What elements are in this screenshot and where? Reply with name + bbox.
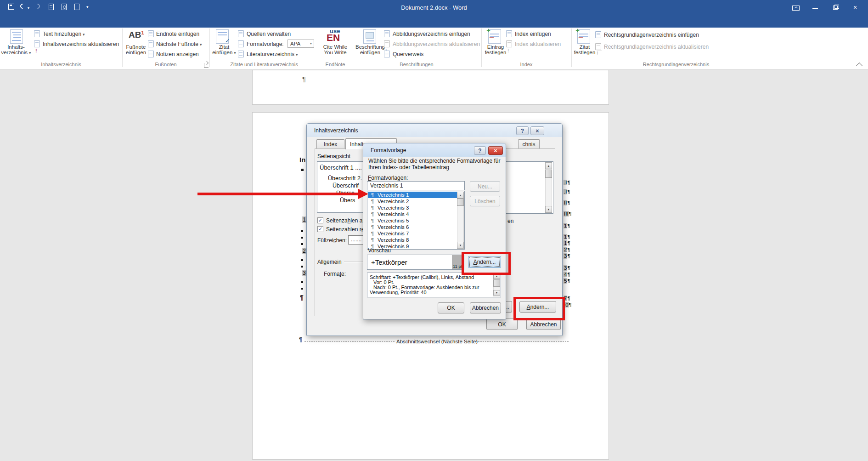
paragraph-mark: ¶ [299, 336, 302, 343]
update-index-button: Index aktualisieren [515, 41, 561, 47]
style-preview-text: +Textkörper [371, 258, 407, 266]
close-button[interactable]: × [530, 126, 544, 135]
group-label-index: Index [481, 62, 571, 67]
bullet-square [301, 230, 303, 232]
scroll-down-icon[interactable]: ▼ [457, 242, 464, 249]
mark-entry-icon: ＋─ [488, 29, 501, 44]
style-description-box: Schriftart: +Textkörper (Calibri), Links… [367, 273, 501, 297]
show-page-numbers-label: Seitenzahlen an [326, 217, 366, 224]
scroll-up-icon[interactable]: ▲ [545, 162, 552, 169]
annotation-arrow-head [358, 189, 368, 199]
insert-index-icon [506, 30, 512, 37]
minimize-icon[interactable] [812, 8, 818, 9]
toc-page-number: 4¶ [564, 272, 570, 277]
endnote-logo-en: EN [327, 32, 340, 43]
scrollbar-thumb[interactable] [457, 199, 464, 206]
add-text-button[interactable]: Text hinzufügen [43, 31, 85, 37]
toc-page-number: 3¶ [564, 253, 570, 259]
scrollbar-thumb[interactable] [545, 170, 552, 178]
collapse-ribbon-icon[interactable] [856, 63, 862, 69]
toc-page-number: III¶ [564, 211, 572, 216]
toc-page-number: .I¶ [564, 180, 570, 185]
right-align-page-numbers-checkbox[interactable]: ✓ [317, 226, 323, 232]
scroll-down-icon[interactable]: ▼ [493, 290, 500, 296]
scroll-up-icon[interactable]: ▲ [457, 192, 464, 199]
ribbon-display-options-icon[interactable] [792, 6, 800, 11]
show-notes-button[interactable]: Notizen anzeigen [156, 51, 199, 57]
update-table-of-authorities-icon: ! [595, 43, 601, 50]
toc-dialog-tab-index[interactable]: Index [316, 139, 344, 149]
table-of-contents-icon [10, 29, 23, 44]
bullet-square [301, 288, 303, 290]
update-toc-button[interactable]: Inhaltsverzeichnis aktualisieren [43, 41, 119, 47]
paragraph-mark: ¶ [302, 75, 306, 83]
toc-big-button[interactable]: Inhalts-verzeichnis [1, 44, 31, 55]
group-label-authorities: Rechtsgrundlagenverzeichnis [571, 62, 781, 67]
cross-reference-button[interactable]: Querverweis [393, 51, 423, 57]
citation-style-select[interactable]: APA ▾ [287, 40, 314, 48]
window-title: Dokument 2.docx - Word [0, 4, 868, 11]
bullet-square [301, 266, 303, 267]
update-index-icon: ! [506, 40, 512, 47]
preview-size-label: 11 pt [453, 264, 462, 269]
group-label-citations: Zitate und Literaturverzeichnis [209, 62, 319, 67]
toc-dialog-tab-fragment[interactable]: chnis [518, 139, 540, 149]
restore-icon[interactable] [833, 6, 838, 10]
style-name-input[interactable]: Verzeichnis 1 [367, 181, 465, 190]
manage-sources-button[interactable]: Quellen verwalten [247, 31, 291, 37]
preview-line: Überschrift 2. [328, 175, 362, 182]
help-button[interactable]: ? [516, 126, 529, 135]
insert-table-of-authorities-button[interactable]: Rechtsgrundlagenverzeichnis einfügen [604, 32, 699, 38]
list-item-verzeichnis-4[interactable]: ¶Verzeichnis 4 [368, 211, 457, 217]
style-cancel-button[interactable]: Abbrechen [470, 302, 501, 313]
mark-citation-icon: ＋─ [577, 29, 590, 44]
update-toc-icon: ! [34, 40, 40, 47]
new-style-button: Neu... [470, 181, 500, 192]
list-item-verzeichnis-3[interactable]: ¶Verzeichnis 3 [368, 205, 457, 211]
list-item-verzeichnis-2[interactable]: ¶Verzeichnis 2 [368, 198, 457, 205]
help-button[interactable]: ? [474, 146, 486, 155]
section-break-line [304, 341, 395, 344]
insert-footnote-button[interactable]: Fußnoteeinfügen [122, 44, 150, 55]
document-page-1[interactable]: ¶ [252, 70, 609, 105]
insert-endnote-button[interactable]: Endnote einfügen [156, 31, 199, 37]
close-button[interactable]: × [488, 146, 503, 155]
group-divider [781, 28, 781, 67]
group-label-footnotes: Fußnoten [122, 62, 209, 67]
update-table-of-figures-icon: ! [384, 40, 390, 47]
general-label: Allgemein [317, 259, 342, 265]
toc-ok-button[interactable]: OK [486, 319, 518, 330]
cite-while-you-write-button[interactable]: Cite WhileYou Write [319, 44, 352, 55]
annotation-box-style-modify [462, 252, 511, 275]
insert-citation-button[interactable]: Zitateinfügen [209, 44, 239, 55]
toc-number-fragment: 2 [302, 248, 306, 254]
groupbox-line [344, 262, 363, 262]
list-item-verzeichnis-8[interactable]: ¶Verzeichnis 8 [368, 237, 457, 243]
next-footnote-button[interactable]: Nächste Fußnote [156, 41, 202, 47]
insert-index-button[interactable]: Index einfügen [515, 31, 551, 37]
bullet-square [301, 259, 303, 261]
style-ok-button[interactable]: OK [438, 302, 464, 313]
show-page-numbers-checkbox[interactable]: ✓ [317, 217, 323, 223]
list-item-verzeichnis-6[interactable]: ¶Verzeichnis 6 [368, 224, 457, 230]
close-icon[interactable]: × [853, 4, 857, 11]
toc-page-number: II¶ [564, 200, 570, 205]
toc-page-number: 1¶ [564, 223, 570, 228]
footnotes-dialog-launcher[interactable] [204, 63, 209, 68]
ribbon: Inhalts-verzeichnis Text hinzufügen ! In… [0, 28, 868, 69]
scroll-down-icon[interactable]: ▼ [545, 206, 552, 213]
list-item-verzeichnis-7[interactable]: ¶Verzeichnis 7 [368, 230, 457, 237]
insert-table-of-figures-button[interactable]: Abbildungsverzeichnis einfügen [393, 31, 470, 37]
scrollbar-thumb[interactable] [493, 279, 500, 287]
insert-caption-button[interactable]: Beschriftungeinfügen [354, 44, 387, 55]
styles-listbox[interactable]: ¶Verzeichnis 1 ¶Verzeichnis 2 ¶Verzeichn… [367, 191, 465, 250]
list-item-verzeichnis-1[interactable]: ¶Verzeichnis 1 [368, 192, 457, 198]
bullet-square [301, 237, 303, 239]
bibliography-button[interactable]: Literaturverzeichnis [247, 51, 298, 57]
preview-label: Vorschau [368, 247, 391, 254]
toc-number-fragment: 1 [302, 216, 306, 223]
print-preview-label: Seitenansicht [317, 153, 350, 159]
manage-sources-icon [238, 30, 244, 37]
list-item-verzeichnis-5[interactable]: ¶Verzeichnis 5 [368, 217, 457, 224]
word-window: ▾ ▾ Dokument 2.docx - Word × Datei Start… [0, 0, 868, 461]
